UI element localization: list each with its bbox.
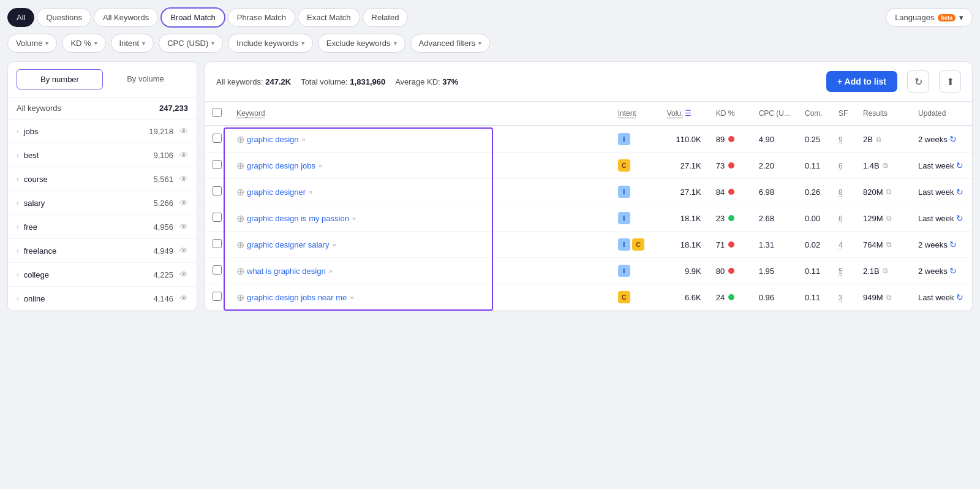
- keyword-link[interactable]: graphic design is my passion »: [247, 214, 356, 223]
- cpc-cell: 0.96: [752, 284, 797, 311]
- updated-cell: Last week ↻: [911, 153, 972, 179]
- col-sf[interactable]: SF: [831, 102, 856, 126]
- include-keywords-filter[interactable]: Include keywords ▾: [228, 34, 312, 53]
- list-item[interactable]: › freelance 4,949 👁: [8, 239, 197, 263]
- cpc-cell: 1.31: [752, 232, 797, 258]
- serp-preview-icon[interactable]: ⧉: [886, 293, 892, 301]
- languages-button[interactable]: Languages beta ▾: [886, 8, 973, 27]
- list-item[interactable]: › best 9,106 👁: [8, 143, 197, 167]
- kd-dot-indicator: [728, 241, 734, 248]
- col-com[interactable]: Com.: [797, 102, 831, 126]
- col-intent[interactable]: Intent: [611, 102, 660, 126]
- serp-preview-icon[interactable]: ⧉: [886, 188, 892, 196]
- serp-preview-icon[interactable]: ⧉: [876, 135, 881, 143]
- exclude-keywords-filter[interactable]: Exclude keywords ▾: [318, 34, 405, 53]
- add-keyword-icon[interactable]: ⊕: [236, 213, 244, 224]
- col-volume[interactable]: Volu. ☰: [660, 102, 709, 126]
- keyword-link[interactable]: graphic designer salary »: [247, 240, 336, 249]
- list-item[interactable]: › college 4,225 👁: [8, 263, 197, 287]
- tab-questions[interactable]: Questions: [37, 8, 91, 27]
- list-item[interactable]: › free 4,956 👁: [8, 215, 197, 239]
- eye-icon[interactable]: 👁: [179, 198, 188, 208]
- refresh-row-icon[interactable]: ↻: [956, 213, 963, 223]
- add-keyword-icon[interactable]: ⊕: [236, 239, 244, 251]
- cpc-cell: 6.98: [752, 179, 797, 205]
- row-checkbox[interactable]: [213, 239, 222, 248]
- add-keyword-icon[interactable]: ⊕: [236, 134, 244, 145]
- row-checkbox[interactable]: [213, 213, 222, 222]
- eye-icon[interactable]: 👁: [179, 150, 188, 160]
- eye-icon[interactable]: 👁: [179, 270, 188, 279]
- eye-icon[interactable]: 👁: [179, 246, 188, 256]
- eye-icon[interactable]: 👁: [179, 222, 188, 232]
- col-kd[interactable]: KD %: [709, 102, 752, 126]
- list-item[interactable]: › course 5,561 👁: [8, 167, 197, 191]
- sidebar-keyword-label: free: [24, 222, 154, 232]
- tab-all-keywords[interactable]: All Keywords: [94, 8, 158, 27]
- row-checkbox[interactable]: [213, 292, 222, 301]
- tab-broad-match[interactable]: Broad Match: [160, 7, 225, 28]
- row-checkbox[interactable]: [213, 160, 222, 169]
- sidebar-tab-by-volume[interactable]: By volume: [103, 69, 188, 89]
- kd-dot-indicator: [728, 189, 734, 195]
- table-container: Keyword Intent Volu. ☰ KD % CPC (U... Co…: [205, 102, 972, 311]
- export-button[interactable]: ⬆: [939, 70, 961, 93]
- intent-cell: C: [611, 284, 660, 311]
- sf-value: 6: [839, 162, 843, 170]
- tab-all[interactable]: All: [7, 8, 34, 27]
- chevron-down-icon: ▾: [394, 40, 397, 47]
- col-keyword[interactable]: Keyword: [229, 102, 611, 126]
- cpc-filter[interactable]: CPC (USD) ▾: [159, 34, 223, 53]
- keyword-link[interactable]: graphic design jobs »: [247, 161, 322, 170]
- intent-cell: I: [611, 205, 660, 232]
- refresh-row-icon[interactable]: ↻: [949, 134, 957, 144]
- volume-filter[interactable]: Volume ▾: [7, 34, 57, 53]
- keyword-cell: ⊕ graphic designer salary »: [229, 232, 611, 258]
- serp-preview-icon[interactable]: ⧉: [886, 240, 892, 249]
- list-item[interactable]: › salary 5,266 👁: [8, 191, 197, 215]
- row-checkbox[interactable]: [213, 265, 222, 275]
- refresh-row-icon[interactable]: ↻: [956, 161, 963, 170]
- add-keyword-icon[interactable]: ⊕: [236, 186, 244, 198]
- intent-filter[interactable]: Intent ▾: [111, 34, 154, 53]
- add-to-list-button[interactable]: + Add to list: [826, 71, 897, 92]
- add-keyword-icon[interactable]: ⊕: [236, 292, 244, 303]
- add-keyword-icon[interactable]: ⊕: [236, 265, 244, 277]
- col-updated[interactable]: Updated: [911, 102, 972, 126]
- row-checkbox[interactable]: [213, 134, 222, 143]
- refresh-row-icon[interactable]: ↻: [949, 266, 957, 276]
- sidebar-tab-by-number[interactable]: By number: [17, 69, 103, 89]
- tab-exact-match[interactable]: Exact Match: [298, 8, 360, 27]
- refresh-row-icon[interactable]: ↻: [956, 292, 963, 302]
- list-item[interactable]: › online 4,146 👁: [8, 287, 197, 311]
- col-select-all[interactable]: [205, 102, 229, 126]
- keyword-link[interactable]: what is graphic design »: [247, 267, 333, 276]
- eye-icon[interactable]: 👁: [179, 174, 188, 184]
- keyword-link[interactable]: graphic design »: [247, 135, 306, 144]
- eye-icon[interactable]: 👁: [179, 126, 188, 136]
- refresh-button[interactable]: ↻: [907, 70, 929, 93]
- refresh-row-icon[interactable]: ↻: [949, 240, 957, 249]
- serp-preview-icon[interactable]: ⧉: [883, 161, 888, 170]
- select-all-checkbox[interactable]: [213, 108, 222, 117]
- col-results[interactable]: Results: [856, 102, 911, 126]
- keyword-link[interactable]: graphic design jobs near me »: [247, 293, 353, 302]
- col-cpc[interactable]: CPC (U...: [752, 102, 797, 126]
- serp-preview-icon[interactable]: ⧉: [886, 214, 892, 222]
- advanced-filters[interactable]: Advanced filters ▾: [410, 34, 491, 53]
- kd-filter[interactable]: KD % ▾: [62, 34, 105, 53]
- sidebar-keyword-count: 4,225: [153, 270, 173, 279]
- list-item[interactable]: › jobs 19,218 👁: [8, 119, 197, 143]
- keyword-link[interactable]: graphic designer »: [247, 188, 312, 197]
- row-checkbox[interactable]: [213, 186, 222, 195]
- row-checkbox-cell: [205, 258, 229, 284]
- tab-phrase-match[interactable]: Phrase Match: [228, 8, 295, 27]
- tab-related[interactable]: Related: [363, 8, 409, 27]
- sidebar-keyword-label: freelance: [24, 246, 154, 256]
- add-keyword-icon[interactable]: ⊕: [236, 160, 244, 172]
- eye-icon[interactable]: 👁: [179, 294, 188, 303]
- volume-cell: 18.1K: [660, 232, 709, 258]
- serp-preview-icon[interactable]: ⧉: [883, 267, 888, 275]
- refresh-row-icon[interactable]: ↻: [956, 187, 963, 197]
- updated-cell: 2 weeks ↻: [911, 232, 972, 258]
